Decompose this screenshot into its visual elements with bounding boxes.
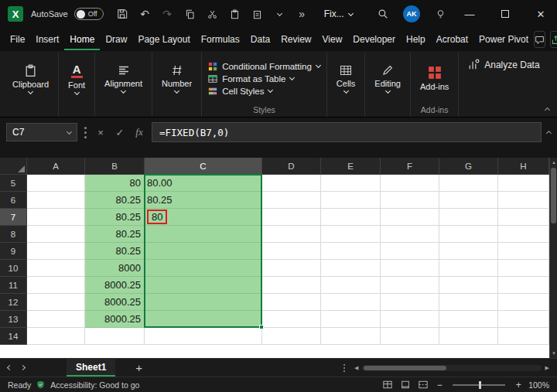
cell-H5[interactable] [498, 175, 549, 192]
minimize-button[interactable]: — [453, 0, 486, 28]
cell-C6[interactable]: 80.25 [145, 192, 262, 209]
view-page-layout-button[interactable] [399, 380, 412, 390]
cell-E6[interactable] [321, 192, 381, 209]
cell-F11[interactable] [381, 277, 439, 294]
cell-F7[interactable] [381, 209, 439, 226]
cell-D14[interactable] [262, 328, 321, 345]
enter-icon[interactable]: ✓ [113, 127, 127, 138]
cell-C8[interactable] [145, 226, 262, 243]
cell-G13[interactable] [439, 311, 498, 328]
menu-item-view[interactable]: View [317, 29, 348, 50]
comment-icon[interactable] [534, 31, 545, 48]
cell-B12[interactable]: 8000.25 [85, 294, 145, 311]
cell-H9[interactable] [498, 243, 549, 260]
row-header-14[interactable]: 14 [0, 328, 27, 345]
cell-E13[interactable] [321, 311, 381, 328]
editing-group-button[interactable]: Editing [368, 61, 407, 96]
drag-dots-icon[interactable] [84, 131, 87, 134]
close-button[interactable]: ✕ [525, 0, 557, 28]
tab-sheet1[interactable]: Sheet1 [67, 359, 115, 377]
cell-H14[interactable] [498, 328, 549, 345]
zoom-out-button[interactable]: − [435, 380, 444, 390]
cell-E5[interactable] [321, 175, 381, 192]
maximize-button[interactable] [489, 0, 521, 28]
cell-B6[interactable]: 80.25 [85, 192, 145, 209]
cell-D12[interactable] [262, 294, 321, 311]
cell-D13[interactable] [262, 311, 321, 328]
tab-options-dots-icon[interactable] [343, 364, 345, 372]
cell-F14[interactable] [381, 328, 439, 345]
cell-A12[interactable] [27, 294, 85, 311]
undo-icon[interactable]: ↶ [135, 4, 155, 24]
cell-G9[interactable] [439, 243, 498, 260]
cell-D8[interactable] [262, 226, 321, 243]
cell-E11[interactable] [321, 277, 381, 294]
cell-F13[interactable] [381, 311, 439, 328]
cell-E9[interactable] [321, 243, 381, 260]
cell-C7[interactable]: 80 [145, 209, 262, 226]
excel-logo-icon[interactable]: X [8, 6, 23, 22]
cell-A7[interactable] [27, 209, 85, 226]
menu-item-data[interactable]: Data [245, 29, 275, 50]
more-commands-button[interactable]: » [292, 4, 312, 24]
cell-G14[interactable] [439, 328, 498, 345]
cell-H6[interactable] [498, 192, 549, 209]
cell-H8[interactable] [498, 226, 549, 243]
name-box[interactable]: C7 [6, 123, 77, 141]
menu-item-file[interactable]: File [5, 29, 30, 50]
cell-G7[interactable] [439, 209, 498, 226]
cell-D6[interactable] [262, 192, 321, 209]
cell-G10[interactable] [439, 260, 498, 277]
conditional-formatting-button[interactable]: Conditional Formatting [208, 62, 320, 71]
search-icon[interactable] [373, 4, 392, 24]
cell-F12[interactable] [381, 294, 439, 311]
cell-E10[interactable] [321, 260, 381, 277]
number-group-button[interactable]: Number [155, 61, 198, 96]
horizontal-scrollbar[interactable]: ◀ ▶ [354, 365, 549, 371]
share-icon[interactable] [550, 31, 557, 48]
zoom-level[interactable]: 100% [528, 380, 549, 390]
cell-F9[interactable] [381, 243, 439, 260]
cell-E8[interactable] [321, 226, 381, 243]
cell-D11[interactable] [262, 277, 321, 294]
cell-G8[interactable] [439, 226, 498, 243]
select-all-button[interactable] [0, 158, 27, 175]
cell-F5[interactable] [381, 175, 439, 192]
cell-C11[interactable] [145, 277, 262, 294]
vertical-scroll-thumb[interactable] [551, 168, 556, 223]
menu-item-page-layout[interactable]: Page Layout [132, 29, 195, 50]
avatar[interactable]: AK [403, 5, 420, 22]
cell-C9[interactable] [145, 243, 262, 260]
cut-icon[interactable] [203, 4, 222, 24]
hscroll-right-icon[interactable]: ▶ [545, 365, 549, 371]
doc-title-dropdown[interactable]: Fix... [324, 9, 353, 19]
vertical-scrollbar[interactable]: ▲ ▼ [549, 158, 557, 358]
cell-C10[interactable] [145, 260, 262, 277]
row-header-10[interactable]: 10 [0, 260, 27, 277]
quick-access-chevron-icon[interactable] [270, 4, 289, 24]
row-header-6[interactable]: 6 [0, 192, 27, 209]
row-header-11[interactable]: 11 [0, 277, 27, 294]
cell-F8[interactable] [381, 226, 439, 243]
cell-H12[interactable] [498, 294, 549, 311]
column-header-E[interactable]: E [321, 158, 381, 175]
zoom-slider[interactable] [453, 384, 505, 386]
cell-B9[interactable]: 80.25 [85, 243, 145, 260]
cell-C14[interactable] [145, 328, 262, 345]
menu-item-home[interactable]: Home [64, 29, 100, 50]
save-icon[interactable] [113, 4, 132, 24]
cell-B11[interactable]: 8000.25 [85, 277, 145, 294]
column-header-H[interactable]: H [498, 158, 549, 175]
cell-B8[interactable]: 80.25 [85, 226, 145, 243]
cell-H7[interactable] [498, 209, 549, 226]
cell-styles-button[interactable]: Cell Styles [208, 87, 320, 96]
hscroll-track[interactable] [362, 365, 541, 371]
cell-A8[interactable] [27, 226, 85, 243]
cell-D5[interactable] [262, 175, 321, 192]
cell-D7[interactable] [262, 209, 321, 226]
cell-G12[interactable] [439, 294, 498, 311]
cell-A13[interactable] [27, 311, 85, 328]
hscroll-thumb[interactable] [364, 366, 446, 370]
alignment-group-button[interactable]: Alignment [98, 61, 149, 96]
font-group-button[interactable]: A Font [62, 60, 91, 97]
